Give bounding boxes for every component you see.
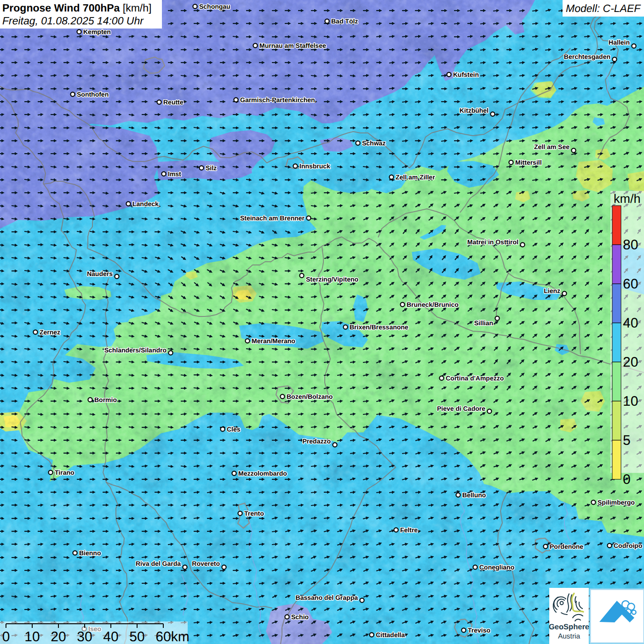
- svg-text:20: 20: [51, 629, 66, 644]
- svg-text:Hallein: Hallein: [609, 39, 630, 46]
- svg-text:Landeck: Landeck: [132, 200, 159, 207]
- svg-text:Belluno: Belluno: [462, 491, 486, 499]
- svg-text:Innsbruck: Innsbruck: [299, 162, 330, 170]
- svg-text:Prognose Wind 700hPa [km/h]: Prognose Wind 700hPa [km/h]: [2, 2, 151, 14]
- svg-text:Zell am Ziller: Zell am Ziller: [396, 173, 435, 181]
- svg-text:10: 10: [623, 394, 638, 409]
- svg-text:Schwaz: Schwaz: [362, 139, 385, 147]
- svg-text:50: 50: [129, 629, 144, 644]
- svg-text:Meran/Merano: Meran/Merano: [252, 337, 295, 345]
- svg-text:Bozen/Bolzano: Bozen/Bolzano: [287, 393, 333, 400]
- svg-text:Bassano del Grappa: Bassano del Grappa: [296, 594, 358, 601]
- svg-text:40: 40: [103, 629, 118, 644]
- svg-text:40: 40: [623, 316, 638, 331]
- svg-text:Bruneck/Brunico: Bruneck/Brunico: [407, 301, 459, 308]
- svg-text:20: 20: [623, 355, 638, 370]
- svg-text:Trento: Trento: [244, 510, 264, 517]
- svg-text:5: 5: [623, 433, 631, 448]
- svg-text:Modell: C-LAEF: Modell: C-LAEF: [566, 2, 641, 14]
- svg-text:Pieve di Cadore: Pieve di Cadore: [437, 405, 485, 412]
- svg-text:Bormio: Bormio: [94, 396, 117, 403]
- svg-text:30: 30: [77, 629, 92, 644]
- svg-text:Predazzo: Predazzo: [303, 437, 331, 445]
- svg-text:Kempten: Kempten: [83, 28, 111, 35]
- svg-text:0: 0: [2, 629, 10, 644]
- svg-text:Feltre: Feltre: [400, 526, 418, 534]
- svg-text:Matrei in Osttirol: Matrei in Osttirol: [467, 238, 518, 246]
- svg-text:Berchtesgaden: Berchtesgaden: [564, 53, 610, 60]
- svg-text:Schio: Schio: [291, 613, 309, 621]
- svg-text:Spilimbergo: Spilimbergo: [598, 499, 635, 506]
- svg-text:Schlanders/Silandro: Schlanders/Silandro: [104, 346, 167, 354]
- svg-text:Zernez: Zernez: [40, 328, 60, 336]
- svg-text:Riva del Garda: Riva del Garda: [136, 560, 181, 567]
- svg-text:Nauders: Nauders: [87, 270, 113, 277]
- svg-text:GeoSphere: GeoSphere: [549, 623, 589, 631]
- svg-text:Treviso: Treviso: [468, 627, 490, 634]
- svg-text:Schongau: Schongau: [199, 3, 230, 10]
- svg-text:Kufstein: Kufstein: [453, 71, 479, 78]
- svg-text:Silz: Silz: [206, 164, 217, 172]
- svg-text:Garmisch-Partenkirchen: Garmisch-Partenkirchen: [240, 96, 315, 104]
- svg-text:Bienno: Bienno: [79, 549, 101, 557]
- svg-text:Rovereto: Rovereto: [192, 560, 220, 567]
- svg-text:Zell am See: Zell am See: [534, 143, 569, 150]
- svg-text:Imst: Imst: [168, 170, 181, 178]
- svg-text:0: 0: [623, 472, 631, 487]
- svg-text:60: 60: [623, 276, 638, 292]
- svg-text:Pordenone: Pordenone: [550, 543, 583, 550]
- svg-text:Brixen/Bressanone: Brixen/Bressanone: [350, 323, 408, 331]
- svg-text:Austria: Austria: [558, 632, 581, 640]
- svg-text:km/h: km/h: [614, 192, 641, 206]
- svg-text:Freitag, 01.08.2025 14:00 Uhr: Freitag, 01.08.2025 14:00 Uhr: [2, 15, 144, 27]
- svg-text:Cittadella: Cittadella: [376, 631, 405, 638]
- svg-text:Sillian: Sillian: [474, 319, 493, 327]
- svg-text:Tirano: Tirano: [55, 469, 75, 476]
- svg-text:Lienz: Lienz: [544, 287, 560, 294]
- svg-text:Cortina d'Ampezzo: Cortina d'Ampezzo: [446, 374, 504, 382]
- svg-text:Sonthofen: Sonthofen: [77, 91, 109, 98]
- svg-text:10: 10: [24, 629, 40, 644]
- svg-text:Mittersill: Mittersill: [515, 159, 542, 166]
- svg-text:60km: 60km: [155, 629, 189, 644]
- svg-text:Kitzbühel: Kitzbühel: [460, 107, 489, 114]
- svg-text:80: 80: [623, 237, 638, 253]
- svg-text:Murnau am Staffelsee: Murnau am Staffelsee: [259, 42, 326, 49]
- svg-text:Mezzolombardo: Mezzolombardo: [238, 470, 287, 477]
- svg-text:Cles: Cles: [227, 426, 241, 433]
- svg-text:Bad Tölz: Bad Tölz: [331, 17, 358, 25]
- svg-text:Reutte: Reutte: [163, 98, 184, 106]
- svg-text:Conegliano: Conegliano: [479, 564, 514, 571]
- svg-text:Steinach am Brenner: Steinach am Brenner: [240, 214, 305, 222]
- svg-text:Codroipo: Codroipo: [614, 542, 642, 549]
- svg-text:Sterzing/Vipiteno: Sterzing/Vipiteno: [306, 276, 358, 283]
